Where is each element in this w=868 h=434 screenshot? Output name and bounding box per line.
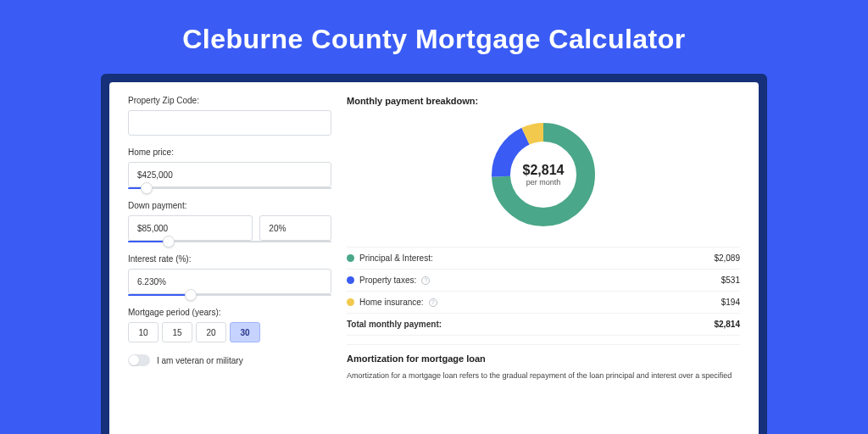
- tax-label: Property taxes:: [359, 275, 416, 285]
- rate-slider[interactable]: [128, 294, 331, 296]
- period-option-15[interactable]: 15: [162, 322, 192, 342]
- dot-home-insurance: [347, 298, 354, 306]
- dot-property-taxes: [347, 276, 354, 284]
- field-zip: Property Zip Code:: [128, 96, 331, 136]
- amort-title: Amortization for mortgage loan: [347, 353, 740, 364]
- down-amount-input[interactable]: [128, 215, 253, 241]
- donut-sub: per month: [526, 178, 561, 186]
- period-option-30[interactable]: 30: [230, 322, 260, 342]
- amortization-section: Amortization for mortgage loan Amortizat…: [347, 344, 740, 381]
- form-panel: Property Zip Code: Home price: Down paym…: [128, 96, 331, 434]
- down-label: Down payment:: [128, 201, 331, 210]
- total-value: $2,814: [714, 320, 740, 329]
- field-period: Mortgage period (years): 10 15 20 30: [128, 308, 331, 342]
- donut-value: $2,814: [523, 163, 565, 178]
- price-slider-thumb[interactable]: [141, 182, 153, 194]
- field-rate: Interest rate (%):: [128, 254, 331, 296]
- breakdown-panel: Monthly payment breakdown: $2,814 per mo…: [347, 96, 740, 434]
- ins-label: Home insurance:: [359, 298, 424, 307]
- line-property-taxes: Property taxes: ? $531: [347, 269, 740, 291]
- period-label: Mortgage period (years):: [128, 308, 331, 317]
- dot-principal-interest: [347, 254, 354, 262]
- pi-value: $2,089: [714, 253, 740, 263]
- rate-slider-thumb[interactable]: [185, 289, 197, 301]
- field-price: Home price:: [128, 147, 331, 189]
- price-input[interactable]: [128, 162, 331, 187]
- line-home-insurance: Home insurance: ? $194: [347, 291, 740, 313]
- donut-chart: $2,814 per month: [347, 114, 740, 238]
- veteran-toggle[interactable]: [128, 354, 150, 366]
- period-option-10[interactable]: 10: [128, 322, 159, 342]
- zip-label: Property Zip Code:: [128, 96, 331, 105]
- breakdown-title: Monthly payment breakdown:: [347, 96, 740, 106]
- down-pct-input[interactable]: [259, 215, 331, 241]
- card-outer: Property Zip Code: Home price: Down paym…: [101, 74, 767, 434]
- rate-input[interactable]: [128, 269, 331, 294]
- line-total: Total monthly payment: $2,814: [347, 313, 740, 336]
- down-slider-thumb[interactable]: [163, 236, 175, 248]
- page-title: Cleburne County Mortgage Calculator: [0, 0, 868, 74]
- info-icon[interactable]: ?: [421, 276, 430, 285]
- line-principal-interest: Principal & Interest: $2,089: [347, 247, 740, 269]
- zip-input[interactable]: [128, 110, 331, 136]
- tax-value: $531: [721, 275, 740, 285]
- field-down: Down payment:: [128, 201, 331, 242]
- info-icon[interactable]: ?: [429, 298, 437, 307]
- veteran-label: I am veteran or military: [157, 356, 243, 365]
- breakdown-list: Principal & Interest: $2,089 Property ta…: [347, 247, 740, 336]
- total-label: Total monthly payment:: [347, 320, 442, 329]
- rate-label: Interest rate (%):: [128, 254, 331, 264]
- down-slider[interactable]: [128, 241, 331, 242]
- price-slider[interactable]: [128, 187, 331, 189]
- field-veteran: I am veteran or military: [128, 354, 331, 366]
- pi-label: Principal & Interest:: [359, 253, 433, 263]
- amort-body: Amortization for a mortgage loan refers …: [347, 370, 740, 381]
- period-option-20[interactable]: 20: [196, 322, 226, 342]
- card-inner: Property Zip Code: Home price: Down paym…: [109, 82, 759, 434]
- ins-value: $194: [721, 298, 740, 307]
- price-label: Home price:: [128, 147, 331, 157]
